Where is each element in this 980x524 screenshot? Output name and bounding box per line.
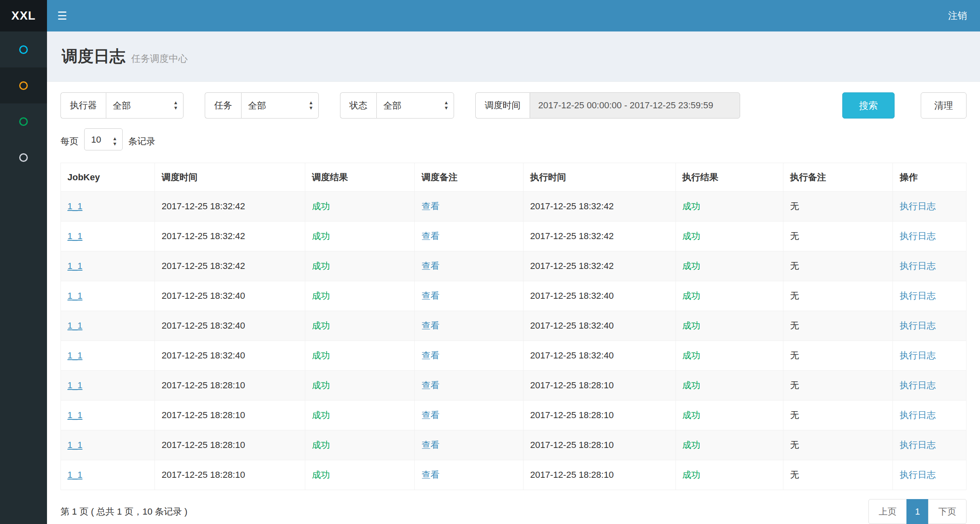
- prev-page-button[interactable]: 上页: [868, 499, 907, 524]
- view-trigger-msg-link[interactable]: 查看: [421, 261, 439, 271]
- content-header: 调度日志 任务调度中心: [47, 31, 980, 81]
- action-cell: 执行日志: [893, 222, 967, 251]
- jobkey-cell: 1_1: [61, 192, 155, 222]
- exec-log-link[interactable]: 执行日志: [899, 320, 935, 331]
- handle-result-cell: 成功: [676, 401, 783, 430]
- handle-msg-cell: 无: [783, 311, 893, 341]
- action-cell: 执行日志: [893, 192, 967, 222]
- jobkey-link[interactable]: 1_1: [67, 261, 83, 271]
- handle-time-cell: 2017-12-25 18:32:42: [524, 192, 676, 222]
- view-trigger-msg-link[interactable]: 查看: [421, 201, 439, 211]
- handle-msg-cell: 无: [783, 281, 893, 311]
- job-filter-label: 任务: [205, 92, 241, 119]
- view-trigger-msg-link[interactable]: 查看: [421, 470, 439, 480]
- jobkey-link[interactable]: 1_1: [67, 231, 83, 241]
- page-size-select[interactable]: 10: [84, 128, 123, 150]
- jobkey-cell: 1_1: [61, 371, 155, 401]
- column-header: JobKey: [61, 163, 155, 192]
- jobkey-link[interactable]: 1_1: [67, 291, 83, 301]
- executor-filter-group: 执行器 全部 ▲▼: [60, 92, 183, 119]
- handle-result-cell: 成功: [676, 341, 783, 371]
- trigger-msg-cell: 查看: [415, 311, 524, 341]
- trigger-time-cell: 2017-12-25 18:28:10: [155, 371, 305, 401]
- exec-log-link[interactable]: 执行日志: [899, 380, 935, 390]
- handle-result-cell: 成功: [676, 371, 783, 401]
- sidebar-item-4[interactable]: [0, 139, 47, 175]
- status-select[interactable]: 全部: [376, 92, 454, 119]
- trigger-msg-cell: 查看: [415, 401, 524, 430]
- handle-result-cell: 成功: [676, 192, 783, 222]
- column-header: 执行时间: [524, 163, 676, 192]
- page-size-prefix: 每页: [60, 135, 78, 148]
- sidebar-toggle-button[interactable]: ☰: [47, 0, 77, 31]
- jobkey-link[interactable]: 1_1: [67, 201, 83, 211]
- view-trigger-msg-link[interactable]: 查看: [421, 320, 439, 331]
- sidebar-item-2[interactable]: [0, 67, 47, 103]
- view-trigger-msg-link[interactable]: 查看: [421, 231, 439, 241]
- trigger-time-cell: 2017-12-25 18:32:42: [155, 222, 305, 251]
- view-trigger-msg-link[interactable]: 查看: [421, 291, 439, 301]
- clear-button[interactable]: 清理: [921, 92, 967, 119]
- handle-msg-cell: 无: [783, 430, 893, 460]
- sidebar-menu: [0, 31, 47, 524]
- next-page-button[interactable]: 下页: [928, 499, 967, 524]
- trigger-msg-cell: 查看: [415, 222, 524, 251]
- handle-time-cell: 2017-12-25 18:28:10: [524, 430, 676, 460]
- exec-log-link[interactable]: 执行日志: [899, 440, 935, 450]
- jobkey-cell: 1_1: [61, 460, 155, 490]
- filter-bar: 执行器 全部 ▲▼ 任务 全部 ▲▼ 状态: [60, 92, 967, 119]
- handle-result-cell: 成功: [676, 430, 783, 460]
- trigger-result-cell: 成功: [305, 281, 415, 311]
- table-row: 1_1 2017-12-25 18:32:40 成功 查看 2017-12-25…: [61, 311, 967, 341]
- exec-log-link[interactable]: 执行日志: [899, 470, 935, 480]
- trigger-result-cell: 成功: [305, 251, 415, 281]
- exec-log-link[interactable]: 执行日志: [899, 350, 935, 361]
- search-button[interactable]: 搜索: [842, 92, 895, 119]
- logout-link[interactable]: 注销: [935, 0, 980, 31]
- job-select[interactable]: 全部: [241, 92, 319, 119]
- job-filter-group: 任务 全部 ▲▼: [205, 92, 319, 119]
- exec-log-link[interactable]: 执行日志: [899, 410, 935, 420]
- column-header: 执行结果: [676, 163, 783, 192]
- trigger-result-cell: 成功: [305, 460, 415, 490]
- jobkey-link[interactable]: 1_1: [67, 470, 83, 480]
- handle-msg-cell: 无: [783, 401, 893, 430]
- exec-log-link[interactable]: 执行日志: [899, 291, 935, 301]
- view-trigger-msg-link[interactable]: 查看: [421, 410, 439, 420]
- exec-log-link[interactable]: 执行日志: [899, 201, 935, 211]
- view-trigger-msg-link[interactable]: 查看: [421, 380, 439, 390]
- trigger-time-cell: 2017-12-25 18:32:42: [155, 251, 305, 281]
- trigger-msg-cell: 查看: [415, 281, 524, 311]
- trigger-msg-cell: 查看: [415, 371, 524, 401]
- circle-icon: [19, 117, 28, 126]
- exec-log-link[interactable]: 执行日志: [899, 261, 935, 271]
- table-row: 1_1 2017-12-25 18:32:42 成功 查看 2017-12-25…: [61, 251, 967, 281]
- circle-icon: [19, 45, 28, 54]
- current-page-button[interactable]: 1: [906, 499, 929, 524]
- view-trigger-msg-link[interactable]: 查看: [421, 440, 439, 450]
- view-trigger-msg-link[interactable]: 查看: [421, 350, 439, 361]
- page-size-suffix: 条记录: [128, 135, 155, 148]
- handle-time-cell: 2017-12-25 18:32:40: [524, 341, 676, 371]
- status-filter-label: 状态: [340, 92, 376, 119]
- action-cell: 执行日志: [893, 460, 967, 490]
- exec-log-link[interactable]: 执行日志: [899, 231, 935, 241]
- page-title: 调度日志: [62, 45, 125, 67]
- sidebar-item-1[interactable]: [0, 31, 47, 67]
- trigger-time-cell: 2017-12-25 18:32:42: [155, 192, 305, 222]
- executor-select[interactable]: 全部: [106, 92, 183, 119]
- trigger-msg-cell: 查看: [415, 251, 524, 281]
- handle-msg-cell: 无: [783, 251, 893, 281]
- trigger-msg-cell: 查看: [415, 460, 524, 490]
- header-row: JobKey调度时间调度结果调度备注执行时间执行结果执行备注操作: [61, 163, 967, 192]
- sidebar-item-3[interactable]: [0, 103, 47, 139]
- trigger-time-range-input[interactable]: [530, 92, 740, 119]
- handle-time-cell: 2017-12-25 18:32:40: [524, 311, 676, 341]
- status-select-wrap: 全部 ▲▼: [376, 92, 454, 119]
- jobkey-link[interactable]: 1_1: [67, 350, 83, 361]
- jobkey-link[interactable]: 1_1: [67, 320, 83, 331]
- jobkey-link[interactable]: 1_1: [67, 380, 83, 390]
- trigger-msg-cell: 查看: [415, 430, 524, 460]
- jobkey-link[interactable]: 1_1: [67, 410, 83, 420]
- jobkey-link[interactable]: 1_1: [67, 440, 83, 450]
